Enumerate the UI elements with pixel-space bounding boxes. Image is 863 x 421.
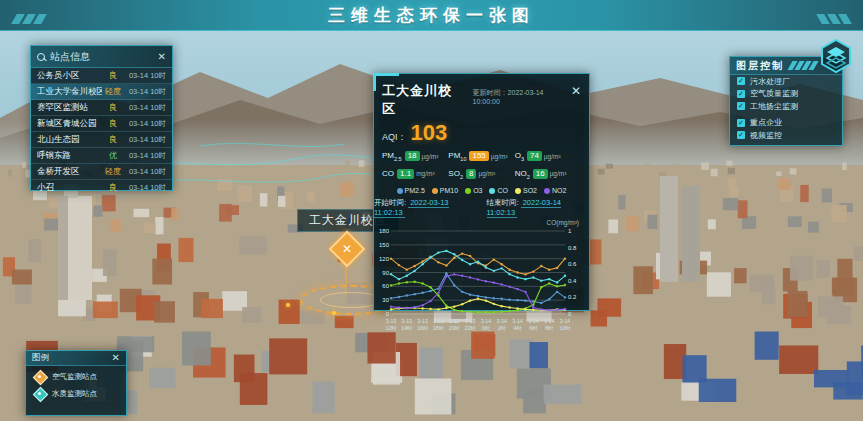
station-update-time: 03-14 10时 <box>124 103 166 113</box>
checkbox-checked-icon[interactable]: ✓ <box>737 102 745 110</box>
chart-legend-item[interactable]: PM2.5 <box>397 187 425 194</box>
layer-item[interactable]: ✓重点企业 <box>730 117 842 130</box>
data-point <box>421 292 423 294</box>
x-axis-tick-hour: 12时 <box>386 325 398 331</box>
pollutant-name: PM2.5 <box>382 151 402 162</box>
data-point <box>501 298 503 300</box>
x-axis-tick-hour: 20时 <box>449 325 461 331</box>
legend-label: PM10 <box>440 187 458 194</box>
x-axis-tick-date: 3-14 <box>528 318 538 324</box>
close-icon[interactable]: ✕ <box>112 353 120 363</box>
pollutant-unit: µg/m³ <box>544 153 561 160</box>
x-axis-tick-hour: 14时 <box>401 325 413 331</box>
data-point <box>564 296 566 298</box>
search-icon[interactable] <box>37 53 45 61</box>
layers-badge-icon[interactable] <box>818 38 854 74</box>
station-row[interactable]: 北山生态园良03-14 10时 <box>31 132 172 148</box>
close-icon[interactable]: ✕ <box>571 85 581 97</box>
data-point <box>469 311 471 313</box>
data-point <box>437 295 439 297</box>
chart-legend-item[interactable]: NO2 <box>544 187 566 194</box>
left-axis-tick: 30 <box>382 297 389 303</box>
close-icon[interactable]: ✕ <box>158 52 166 62</box>
legend-item: 水质监测站点 <box>26 383 126 400</box>
data-point <box>461 259 463 261</box>
chart-legend-item[interactable]: SO2 <box>515 187 537 194</box>
pollutant-cell: PM10155µg/m³ <box>448 151 514 162</box>
legend-dot <box>515 188 521 194</box>
right-axis-tick: 0.8 <box>568 245 577 251</box>
legend-panel-title: 图例 <box>32 352 49 364</box>
data-point <box>540 265 542 267</box>
x-axis-tick-hour: 18时 <box>433 325 445 331</box>
data-point <box>437 288 439 290</box>
data-point <box>398 307 400 309</box>
data-point <box>421 283 423 285</box>
data-point <box>437 261 439 263</box>
data-point <box>485 300 487 302</box>
data-point <box>508 286 510 288</box>
data-point <box>548 269 550 271</box>
pollutant-value: 74 <box>527 151 542 161</box>
data-point <box>540 302 542 304</box>
legend-dot <box>397 188 403 194</box>
data-point <box>414 270 416 272</box>
data-point <box>548 298 550 300</box>
data-point <box>516 307 518 309</box>
popup-station-title: 工大金川校区 <box>382 82 465 118</box>
data-point <box>414 293 416 295</box>
left-axis-tick: 60 <box>382 284 389 290</box>
x-axis-tick-date: 3-13 <box>417 318 427 324</box>
pollutant-value: 16 <box>533 169 548 179</box>
station-update-time: 03-14 10时 <box>124 151 166 161</box>
data-point <box>516 271 518 273</box>
station-name: 呼钢东路 <box>37 150 102 162</box>
data-point <box>421 304 423 306</box>
station-row[interactable]: 金桥开发区轻度03-14 10时 <box>31 164 172 180</box>
checkbox-checked-icon[interactable]: ✓ <box>737 77 745 85</box>
data-point <box>540 280 542 282</box>
legend-panel-titlebar: 图例 ✕ <box>26 351 126 366</box>
aqi-label: AQI： <box>382 131 407 144</box>
station-row[interactable]: 工业大学金川校区轻度03-14 10时 <box>31 84 172 100</box>
station-row[interactable]: 呼钢东路优03-14 10时 <box>31 148 172 164</box>
data-point <box>564 284 566 286</box>
station-name: 小召 <box>37 182 102 194</box>
station-row[interactable]: 新城区青城公园良03-14 10时 <box>31 116 172 132</box>
x-axis-tick-hour: 16时 <box>417 325 429 331</box>
popup-update-time: 更新时间：2022-03-14 10:00:00 <box>473 88 571 105</box>
checkbox-checked-icon[interactable]: ✓ <box>737 119 745 127</box>
pollutant-trend-chart[interactable]: 030609012015018000.20.40.60.813-1312时3-1… <box>374 226 585 336</box>
x-axis-tick-date: 3-13 <box>402 318 412 324</box>
layer-item[interactable]: ✓工地扬尘监测 <box>730 100 842 113</box>
layer-item[interactable]: ✓视频监控 <box>730 129 842 142</box>
station-row[interactable]: 小召良03-14 10时 <box>31 180 172 196</box>
chart-legend-item[interactable]: PM10 <box>432 187 458 194</box>
checkbox-checked-icon[interactable]: ✓ <box>737 131 745 139</box>
aqi-row: AQI： 103 <box>374 120 589 146</box>
data-point <box>532 276 534 278</box>
layer-item[interactable]: ✓空气质量监测 <box>730 88 842 101</box>
station-name: 金桥开发区 <box>37 166 102 178</box>
layer-item[interactable]: ✓污水处理厂 <box>730 75 842 88</box>
checkbox-checked-icon[interactable]: ✓ <box>737 90 745 98</box>
data-point <box>493 303 495 305</box>
data-point <box>429 286 431 288</box>
layer-list: ✓污水处理厂✓空气质量监测✓工地扬尘监测✓重点企业✓视频监控 <box>730 75 842 142</box>
station-row[interactable]: 赛罕区监测站良03-14 10时 <box>31 100 172 116</box>
station-row[interactable]: 公务员小区良03-14 10时 <box>31 68 172 84</box>
data-point <box>429 300 431 302</box>
x-axis-tick-date: 3-13 <box>433 318 443 324</box>
header-deco-right <box>803 10 849 20</box>
chart-legend-item[interactable]: CO <box>489 187 508 194</box>
data-point <box>485 267 487 269</box>
left-axis-tick: 150 <box>379 242 390 248</box>
pollutant-value: 8 <box>466 169 476 179</box>
chart-legend-item[interactable]: O3 <box>465 187 482 194</box>
data-point <box>390 273 392 275</box>
pollutant-unit: µg/m³ <box>550 170 567 177</box>
data-point <box>508 310 510 312</box>
data-point <box>390 284 392 286</box>
pollutant-cell: O374µg/m³ <box>515 151 581 162</box>
station-name: 赛罕区监测站 <box>37 102 102 114</box>
